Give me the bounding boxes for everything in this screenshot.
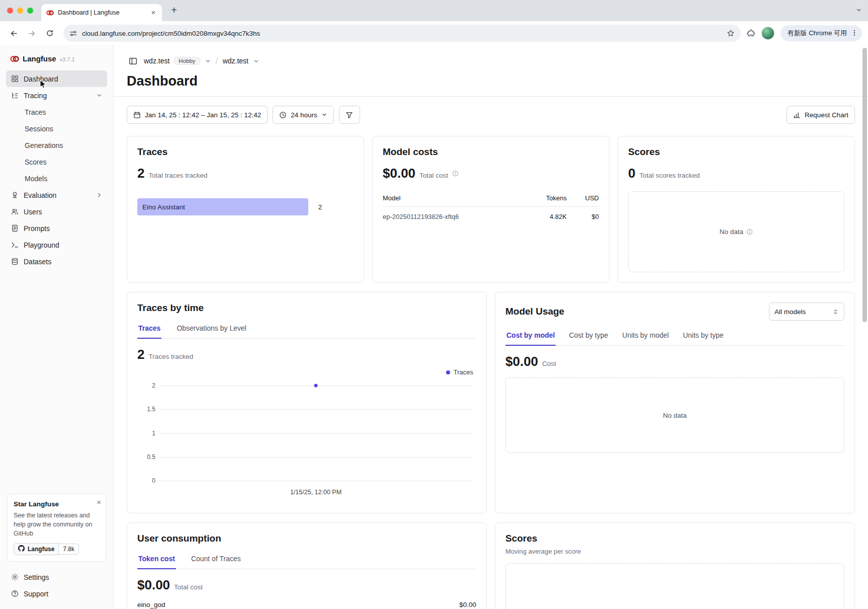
chrome-update-button[interactable]: 有新版 Chrome 可用 (780, 25, 862, 41)
close-icon[interactable]: × (97, 498, 101, 506)
no-data-label: No data (720, 228, 743, 236)
gear-icon (11, 573, 19, 581)
user-consumption-value: $0.00 (137, 577, 170, 593)
column-usd: USD (567, 194, 599, 202)
tab-traces[interactable]: Traces (137, 320, 161, 339)
user-value: $0.00 (459, 601, 476, 608)
sidebar-item-evaluation[interactable]: Evaluation (6, 187, 107, 203)
trace-name-bar[interactable]: Eino Assistant (137, 198, 308, 215)
chevron-right-icon[interactable] (96, 192, 103, 198)
date-range-picker[interactable]: Jan 14, 25 : 12:42 – Jan 15, 25 : 12:42 (127, 106, 268, 124)
github-star-button[interactable]: Langfuse (14, 543, 59, 555)
browser-tab[interactable]: Dashboard | Langfuse × (41, 4, 162, 21)
tab-units-by-type[interactable]: Units by type (682, 327, 725, 346)
user-consumption-tabs: Token cost Count of Traces (137, 550, 476, 569)
browser-menu-kebab-icon[interactable] (851, 29, 858, 38)
sidebar-item-prompts[interactable]: Prompts (6, 220, 107, 237)
chevron-down-icon[interactable] (96, 92, 103, 99)
star-card-body: See the latest releases and help grow th… (14, 511, 100, 538)
browser-tab-strip: Dashboard | Langfuse × + (0, 0, 868, 21)
model-costs-card: Model costs $0.00 Total cost Model Token… (372, 136, 610, 283)
site-settings-icon[interactable] (69, 30, 77, 37)
tab-cost-by-model[interactable]: Cost by model (505, 327, 556, 346)
sidebar: Langfuse v3.7.1 Dashboard Tracing Tra (0, 45, 114, 609)
chart-ytick-label: 0 (140, 477, 155, 484)
cell-model: ep-20250112193826-xftq6 (383, 213, 522, 220)
zoom-window-button[interactable] (27, 8, 33, 14)
tab-title: Dashboard | Langfuse (58, 9, 145, 16)
header-divider (114, 96, 868, 97)
tab-close-icon[interactable]: × (149, 8, 158, 17)
tab-cost-by-type[interactable]: Cost by type (568, 327, 609, 346)
window-controls (7, 8, 33, 14)
star-card-title: Star Langfuse (14, 500, 100, 508)
github-button-label: Langfuse (28, 546, 54, 553)
sidebar-item-generations[interactable]: Generations (6, 137, 107, 154)
chart-gridline (159, 457, 472, 458)
chart-data-point[interactable] (314, 384, 318, 388)
forward-button[interactable] (24, 26, 39, 41)
brand[interactable]: Langfuse v3.7.1 (6, 52, 107, 64)
tab-units-by-model[interactable]: Units by model (621, 327, 670, 346)
sidebar-item-support[interactable]: Support (6, 585, 107, 602)
calendar-icon (133, 111, 141, 119)
breadcrumb-project[interactable]: wdz.test (223, 57, 248, 65)
sidebar-item-scores[interactable]: Scores (6, 154, 107, 170)
user-consumption-row[interactable]: eino_god $0.00 (137, 601, 476, 608)
request-chart-button[interactable]: Request Chart (787, 106, 855, 124)
trace-name-bar-row[interactable]: Eino Assistant 2 (137, 198, 354, 215)
no-data-placeholder: No data (628, 191, 844, 272)
chart-ytick-label: 1 (140, 430, 155, 437)
sidebar-item-playground[interactable]: Playground (6, 237, 107, 253)
extensions-puzzle-icon[interactable] (747, 29, 755, 38)
sidebar-toggle-button[interactable] (127, 55, 139, 67)
url-text: cloud.langfuse.com/project/cm50idm0208mx… (82, 30, 722, 37)
sidebar-item-label: Playground (24, 241, 59, 249)
chevrons-up-down-icon (832, 309, 839, 315)
tab-count-of-traces[interactable]: Count of Traces (190, 550, 242, 569)
user-consumption-caption: Total cost (174, 583, 203, 591)
close-window-button[interactable] (7, 8, 13, 14)
sidebar-item-traces[interactable]: Traces (6, 104, 107, 120)
sidebar-item-dashboard[interactable]: Dashboard (6, 70, 107, 87)
sidebar-item-datasets[interactable]: Datasets (6, 253, 107, 270)
traces-chart: Traces 21.510.501/15/25, 12:00 PM (137, 367, 476, 503)
back-button[interactable] (6, 26, 21, 41)
list-tree-icon (11, 92, 19, 99)
model-filter-select[interactable]: All models (769, 302, 844, 321)
column-model: Model (383, 194, 522, 202)
users-icon (11, 208, 19, 215)
sidebar-item-label: Generations (25, 141, 63, 149)
terminal-icon (11, 241, 19, 249)
breadcrumb-org[interactable]: wdz.test (144, 57, 169, 65)
model-costs-caption: Total cost (419, 172, 448, 179)
reload-button[interactable] (42, 26, 57, 41)
no-data-placeholder: No data (505, 563, 844, 609)
model-usage-cost-value: $0.00 (505, 354, 538, 369)
sidebar-item-sessions[interactable]: Sessions (6, 120, 107, 137)
time-preset-dropdown[interactable]: 24 hours (273, 106, 334, 124)
new-tab-button[interactable]: + (167, 4, 181, 18)
minimize-window-button[interactable] (17, 8, 23, 14)
table-row[interactable]: ep-20250112193826-xftq6 4.82K $0 (383, 207, 599, 226)
sidebar-item-label: Sessions (25, 125, 53, 133)
card-subtitle: Moving average per score (505, 548, 844, 555)
tab-token-cost[interactable]: Token cost (137, 550, 176, 569)
address-bar[interactable]: cloud.langfuse.com/project/cm50idm0208mx… (63, 25, 741, 42)
scores-total-caption: Total scores tracked (639, 172, 700, 179)
brand-name: Langfuse (23, 54, 56, 63)
page-scrollbar[interactable] (862, 48, 867, 322)
filter-button[interactable] (339, 106, 360, 124)
profile-avatar[interactable] (761, 27, 774, 40)
cell-tokens: 4.82K (522, 213, 567, 220)
bookmark-star-icon[interactable] (727, 29, 735, 37)
sidebar-item-settings[interactable]: Settings (6, 569, 107, 585)
chevron-down-icon[interactable] (253, 58, 259, 64)
chevron-down-icon[interactable] (205, 58, 211, 64)
sidebar-item-users[interactable]: Users (6, 203, 107, 220)
tab-observations-by-level[interactable]: Observations by Level (176, 320, 247, 339)
tab-search-chevron-icon[interactable] (856, 6, 862, 15)
sidebar-item-models[interactable]: Models (6, 170, 107, 187)
sidebar-item-tracing[interactable]: Tracing (6, 87, 107, 104)
card-title: User consumption (137, 533, 476, 544)
